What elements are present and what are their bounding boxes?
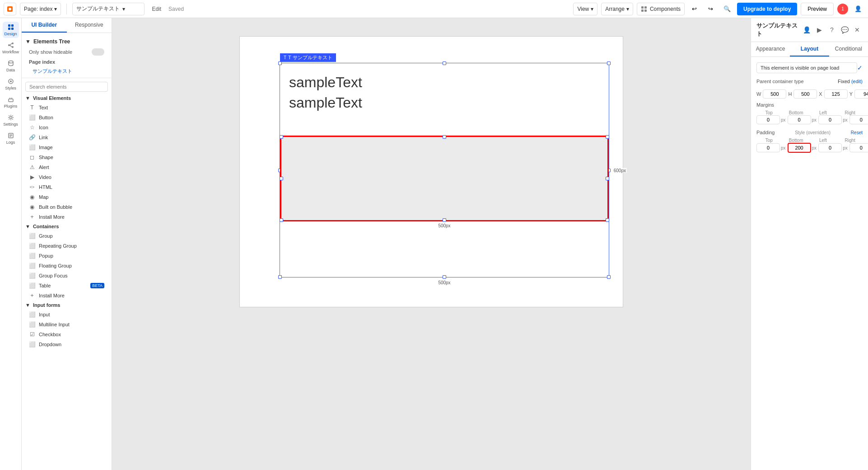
search-input[interactable]: [25, 82, 108, 92]
rp-play-icon[interactable]: ▶: [814, 24, 825, 35]
notification-badge[interactable]: 1: [837, 4, 848, 14]
element-group[interactable]: ⬜ Group: [22, 231, 112, 241]
link-element-icon: 🔗: [29, 134, 35, 141]
main-area: Design Workflow Data Styles Plugins Sett…: [0, 18, 868, 470]
components-dropdown[interactable]: Components: [637, 3, 685, 15]
element-map[interactable]: ◉ Map: [22, 192, 112, 202]
margin-top-input[interactable]: [756, 115, 780, 124]
element-link[interactable]: 🔗 Link: [22, 132, 112, 142]
parent-container-edit[interactable]: (edit): [851, 79, 863, 84]
element-html[interactable]: <> HTML: [22, 182, 112, 192]
element-image[interactable]: ⬜ Image: [22, 142, 112, 152]
handle-tl[interactable]: [278, 61, 282, 65]
sidebar-item-styles[interactable]: Styles: [3, 76, 19, 92]
inner-handle-mr[interactable]: [606, 177, 609, 180]
map-element-icon: ◉: [29, 194, 35, 200]
visible-on-load-field[interactable]: This element is visible on page load: [756, 62, 857, 73]
tab-ui-builder[interactable]: UI Builder: [22, 18, 67, 33]
element-icon[interactable]: ☆ Icon: [22, 122, 112, 132]
inner-handle-tl[interactable]: [280, 135, 283, 139]
rp-chat-icon[interactable]: 💬: [839, 24, 850, 35]
sidebar-item-plugins[interactable]: Plugins: [3, 94, 19, 110]
element-floating-group[interactable]: ⬜ Floating Group: [22, 261, 112, 271]
handle-tr[interactable]: [607, 61, 611, 65]
icon-element-icon: ☆: [29, 124, 35, 131]
pad-bottom-input[interactable]: [788, 143, 811, 153]
visual-elements-header[interactable]: ▼ Visual Elements: [22, 94, 112, 103]
tab-layout[interactable]: Layout: [790, 42, 829, 56]
search-button[interactable]: 🔍: [721, 3, 733, 15]
w-input[interactable]: [763, 89, 786, 99]
element-video[interactable]: ▶ Video: [22, 172, 112, 182]
element-input[interactable]: ⬜ Input: [22, 310, 112, 320]
margin-left-input[interactable]: [818, 115, 842, 124]
element-button[interactable]: ⬜ Button: [22, 113, 112, 122]
rp-user-icon[interactable]: 👤: [801, 24, 812, 35]
tab-responsive[interactable]: Responsive: [67, 18, 112, 33]
input-forms-header[interactable]: ▼ Input forms: [22, 301, 112, 310]
preview-button[interactable]: Preview: [801, 3, 834, 15]
view-dropdown[interactable]: View▾: [573, 3, 597, 15]
h-input[interactable]: [793, 89, 817, 99]
sidebar-item-settings[interactable]: Settings: [3, 112, 19, 128]
elements-tree-header[interactable]: ▼ Elements Tree: [22, 37, 112, 47]
sidebar-settings-label: Settings: [3, 122, 18, 127]
only-show-toggle[interactable]: [92, 48, 104, 56]
sidebar-item-logs[interactable]: Logs: [3, 130, 19, 146]
tab-appearance[interactable]: Appearance: [751, 42, 790, 56]
element-install-more-containers[interactable]: + Install More: [22, 291, 112, 301]
pad-right-input[interactable]: [849, 143, 868, 152]
rp-close-icon[interactable]: ✕: [852, 24, 863, 35]
inner-handle-bl[interactable]: [280, 218, 283, 222]
inner-handle-tc[interactable]: [443, 135, 446, 139]
element-install-more-visual[interactable]: + Install More: [22, 212, 112, 222]
sample-text-tree-item[interactable]: サンプルテキスト: [22, 66, 112, 76]
inner-handle-tr[interactable]: [606, 135, 609, 139]
sidebar-item-design[interactable]: Design: [3, 22, 19, 38]
reset-link[interactable]: Reset: [851, 130, 863, 135]
pad-left-input[interactable]: [818, 143, 842, 152]
element-shape[interactable]: ◻ Shape: [22, 152, 112, 162]
canvas-area[interactable]: T T サンプルテキスト 600px sa: [112, 18, 751, 470]
pad-bottom-px: px: [812, 146, 817, 150]
page-selector[interactable]: Page: index ▾: [20, 3, 61, 15]
upgrade-button[interactable]: Upgrade to deploy: [737, 3, 797, 15]
margin-bottom-input[interactable]: [788, 115, 811, 124]
inner-handle-br[interactable]: [606, 218, 609, 222]
sidebar-item-data[interactable]: Data: [3, 58, 19, 74]
element-repeating-group[interactable]: ⬜ Repeating Group: [22, 241, 112, 251]
text-content-area: sampleText sampleText: [280, 63, 609, 122]
sidebar-item-workflow[interactable]: Workflow: [3, 40, 19, 56]
text-element-outer[interactable]: T T サンプルテキスト 600px sa: [280, 63, 609, 277]
handle-bc[interactable]: [443, 275, 446, 279]
x-input[interactable]: [824, 89, 848, 99]
y-input[interactable]: [854, 89, 868, 99]
element-group-focus[interactable]: ⬜ Group Focus: [22, 271, 112, 281]
pad-top-input[interactable]: [756, 143, 780, 152]
inner-handle-bc[interactable]: [443, 218, 446, 222]
tab-conditional[interactable]: Conditional: [829, 42, 868, 56]
handle-br[interactable]: [607, 275, 611, 279]
arrange-dropdown[interactable]: Arrange▾: [601, 3, 633, 15]
element-table[interactable]: ⬜ Table BETA: [22, 281, 112, 291]
element-dropdown[interactable]: ⬜ Dropdown: [22, 339, 112, 349]
handle-tc[interactable]: [443, 61, 446, 65]
element-alert[interactable]: ⚠ Alert: [22, 162, 112, 172]
containers-header[interactable]: ▼ Containers: [22, 222, 112, 231]
handle-bl[interactable]: [278, 275, 282, 279]
element-popup[interactable]: ⬜ Popup: [22, 251, 112, 261]
element-built-on-bubble[interactable]: ◉ Built on Bubble: [22, 202, 112, 212]
element-checkbox[interactable]: ☑ Checkbox: [22, 329, 112, 339]
user-avatar[interactable]: 👤: [852, 3, 864, 15]
margin-right-input[interactable]: [849, 115, 868, 124]
inner-element[interactable]: 500px: [280, 136, 609, 221]
page-name-selector[interactable]: サンプルテキスト ▾: [72, 3, 145, 15]
element-text[interactable]: T Text: [22, 103, 112, 113]
rp-help-icon[interactable]: ?: [826, 24, 837, 35]
pad-left-px: px: [843, 146, 848, 150]
undo-button[interactable]: ↩: [688, 3, 701, 15]
inner-handle-ml[interactable]: [280, 177, 283, 180]
input-forms-arrow: ▼: [25, 302, 30, 308]
element-multiline-input[interactable]: ⬜ Multiline Input: [22, 320, 112, 329]
redo-button[interactable]: ↪: [705, 3, 717, 15]
